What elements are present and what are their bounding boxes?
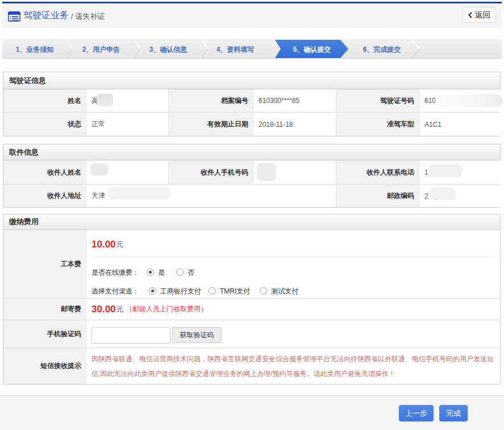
- svg-text:6、完成提交: 6、完成提交: [363, 46, 401, 53]
- svg-text:3、确认信息: 3、确认信息: [149, 46, 188, 53]
- svg-text:4、资料填写: 4、资料填写: [216, 46, 255, 53]
- svg-text:2、用户申告: 2、用户申告: [82, 46, 120, 53]
- svg-text:5、确认提交: 5、确认提交: [293, 46, 331, 53]
- svg-text:1、业务须知: 1、业务须知: [16, 46, 54, 53]
